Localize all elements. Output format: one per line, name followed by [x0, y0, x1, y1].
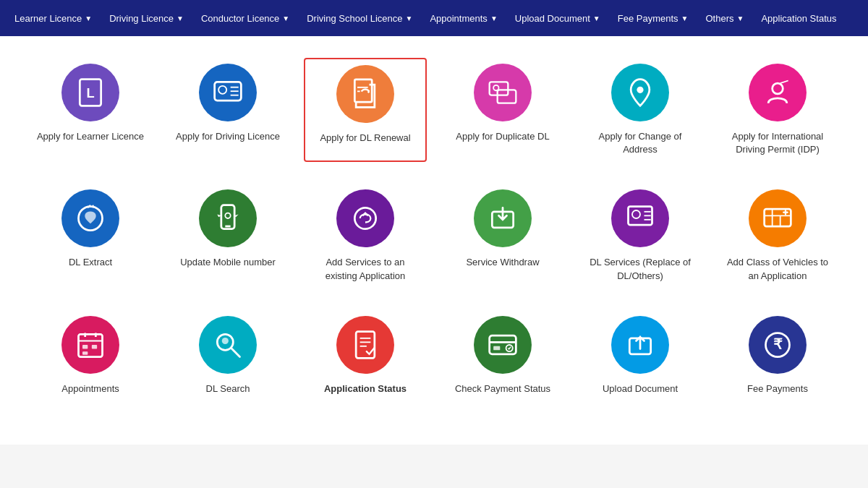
svg-point-25 — [632, 210, 640, 218]
grid-item-idp[interactable]: Apply for International Driving Permit (… — [716, 58, 839, 162]
application-status-icon-circle — [336, 316, 394, 374]
grid-row-2: DL ExtractUpdate Mobile numberAdd Servic… — [29, 184, 839, 288]
grid-item-learner-licence[interactable]: LApply for Learner Licence — [29, 58, 152, 162]
grid-row-3: AppointmentsDL SearchApplication StatusC… — [29, 310, 839, 401]
dropdown-arrow-icon: ▼ — [176, 14, 184, 22]
grid-item-application-status[interactable]: Application Status — [304, 310, 427, 401]
add-services-icon-circle — [336, 189, 394, 247]
nav-item-application-status[interactable]: Application Status — [752, 0, 845, 36]
fee-payments-icon-circle: ₹ — [749, 316, 807, 374]
grid-item-dl-renewal[interactable]: Apply for DL Renewal — [304, 58, 427, 162]
dl-search-label: DL Search — [206, 382, 250, 395]
dl-search-icon-circle — [199, 316, 257, 374]
nav-item-fee-payments[interactable]: Fee Payments▼ — [609, 0, 697, 36]
dropdown-arrow-icon: ▼ — [85, 14, 92, 22]
dl-renewal-icon-circle — [336, 65, 394, 123]
dropdown-arrow-icon: ▼ — [405, 14, 412, 22]
application-status-label: Application Status — [324, 382, 407, 395]
grid-item-dl-services[interactable]: DL Services (Replace of DL/Others) — [579, 184, 702, 288]
svg-point-21 — [225, 213, 230, 218]
svg-point-3 — [218, 86, 226, 94]
svg-text:L: L — [86, 85, 94, 100]
service-withdraw-label: Service Withdraw — [466, 256, 539, 269]
appointments-label: Appointments — [61, 382, 119, 395]
svg-point-14 — [773, 83, 783, 94]
svg-rect-39 — [82, 351, 88, 355]
nav-item-learner-licence[interactable]: Learner Licence▼ — [6, 0, 101, 36]
grid-item-dl-extract[interactable]: DL Extract — [29, 184, 152, 288]
nav-item-appointments[interactable]: Appointments▼ — [421, 0, 506, 36]
svg-point-13 — [637, 87, 643, 93]
svg-rect-47 — [490, 335, 516, 354]
nav-item-conductor-licence[interactable]: Conductor Licence▼ — [192, 0, 298, 36]
service-withdraw-icon-circle — [474, 189, 532, 247]
driving-licence-label: Apply for Driving Licence — [176, 130, 280, 143]
nav-item-others[interactable]: Others▼ — [697, 0, 752, 36]
svg-rect-33 — [79, 334, 103, 356]
add-services-label: Add Services to an existing Application — [310, 256, 421, 282]
change-address-label: Apply for Change of Address — [584, 130, 696, 156]
svg-line-15 — [780, 81, 788, 84]
appointments-icon-circle — [61, 316, 119, 374]
dropdown-arrow-icon: ▼ — [282, 14, 289, 22]
update-mobile-label: Update Mobile number — [180, 256, 276, 269]
grid-item-check-payment[interactable]: Check Payment Status — [441, 310, 564, 401]
upload-document-icon-circle — [611, 316, 669, 374]
fee-payments-label: Fee Payments — [747, 382, 808, 395]
nav-item-upload-document[interactable]: Upload Document▼ — [506, 0, 609, 36]
dropdown-arrow-icon: ▼ — [737, 14, 744, 22]
dl-services-icon-circle — [611, 189, 669, 247]
svg-rect-49 — [493, 346, 500, 351]
svg-line-42 — [231, 348, 240, 356]
nav-item-driving-school-licence[interactable]: Driving School Licence▼ — [298, 0, 421, 36]
svg-rect-37 — [82, 345, 88, 349]
navbar: Learner Licence▼Driving Licence▼Conducto… — [0, 0, 868, 36]
grid-item-duplicate-dl[interactable]: Apply for Duplicate DL — [441, 58, 564, 162]
dropdown-arrow-icon: ▼ — [681, 14, 689, 22]
svg-rect-43 — [356, 331, 375, 358]
dl-extract-icon-circle — [61, 189, 119, 247]
svg-rect-38 — [92, 345, 97, 349]
add-class-icon-circle — [749, 189, 807, 247]
check-payment-icon-circle — [474, 316, 532, 374]
dl-services-label: DL Services (Replace of DL/Others) — [584, 256, 696, 282]
grid-item-appointments[interactable]: Appointments — [29, 310, 152, 401]
dl-extract-label: DL Extract — [69, 256, 112, 269]
check-payment-label: Check Payment Status — [455, 382, 550, 395]
grid-item-service-withdraw[interactable]: Service Withdraw — [441, 184, 564, 288]
driving-licence-icon-circle — [199, 64, 257, 121]
grid-row-1: LApply for Learner LicenceApply for Driv… — [29, 58, 839, 162]
duplicate-dl-icon-circle — [474, 64, 532, 121]
grid-item-add-services[interactable]: Add Services to an existing Application — [304, 184, 427, 288]
svg-rect-11 — [498, 90, 516, 103]
idp-label: Apply for International Driving Permit (… — [722, 130, 833, 156]
grid-item-update-mobile[interactable]: Update Mobile number — [166, 184, 289, 288]
svg-point-22 — [354, 208, 375, 229]
svg-point-12 — [493, 85, 498, 90]
grid-item-upload-document[interactable]: Upload Document — [579, 310, 702, 401]
svg-point-41 — [222, 338, 229, 344]
main-content: LApply for Learner LicenceApply for Driv… — [0, 36, 868, 445]
change-address-icon-circle — [611, 64, 669, 121]
grid-item-fee-payments[interactable]: ₹Fee Payments — [716, 310, 839, 401]
grid-item-dl-search[interactable]: DL Search — [166, 310, 289, 401]
svg-text:₹: ₹ — [773, 335, 783, 351]
nav-item-driving-licence[interactable]: Driving Licence▼ — [101, 0, 192, 36]
learner-licence-icon-circle: L — [61, 64, 119, 121]
dl-renewal-label: Apply for DL Renewal — [320, 132, 410, 145]
grid-item-driving-licence[interactable]: Apply for Driving Licence — [166, 58, 289, 162]
update-mobile-icon-circle — [199, 189, 257, 247]
duplicate-dl-label: Apply for Duplicate DL — [456, 130, 549, 143]
upload-document-label: Upload Document — [603, 382, 678, 395]
dropdown-arrow-icon: ▼ — [593, 14, 600, 22]
add-class-label: Add Class of Vehicles to an Application — [722, 256, 833, 282]
learner-licence-label: Apply for Learner Licence — [37, 130, 144, 143]
dropdown-arrow-icon: ▼ — [490, 14, 498, 22]
grid-item-add-class[interactable]: Add Class of Vehicles to an Application — [716, 184, 839, 288]
grid-item-change-address[interactable]: Apply for Change of Address — [579, 58, 702, 162]
idp-icon-circle — [749, 64, 807, 121]
